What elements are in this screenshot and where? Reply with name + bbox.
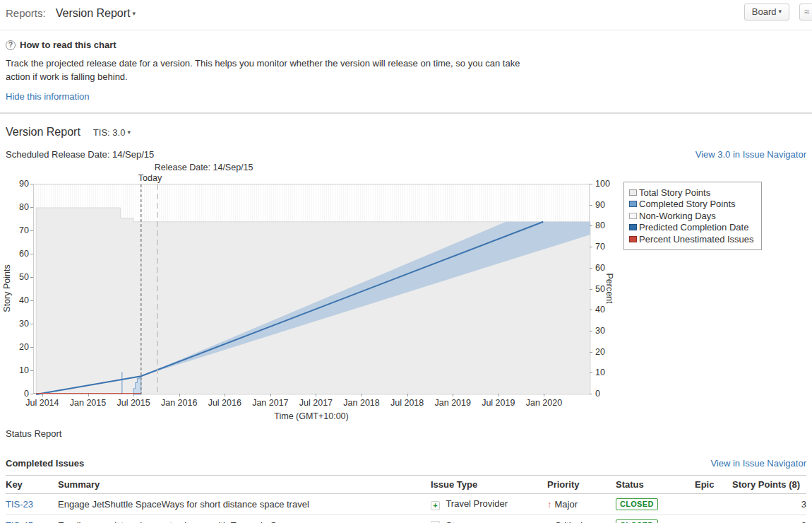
priority-up-arrow-icon: ↑	[547, 499, 552, 510]
y-right-tick-mark	[590, 372, 592, 373]
status-badge: CLOSED	[616, 498, 658, 510]
y-axis-title-left: Story Points	[2, 218, 12, 359]
x-tick-mark	[42, 394, 43, 396]
y-left-tick-label: 70	[9, 225, 29, 235]
y-right-tick-mark	[590, 394, 592, 394]
y-left-tick-label: 30	[9, 319, 29, 329]
version-selector[interactable]: TIS: 3.0▾	[93, 127, 131, 138]
y-right-tick-label: 80	[595, 221, 605, 230]
legend-label: Completed Story Points	[639, 199, 736, 209]
column-header-epic: Epic	[695, 476, 732, 494]
expand-button[interactable]: ≈	[799, 4, 812, 20]
column-header-sum: Summary	[58, 476, 431, 494]
issue-status-cell: CLOSED	[616, 515, 695, 523]
issue-key-link[interactable]: TIS-23	[6, 499, 33, 510]
issue-summary-cell: Email non registered users to sign up wi…	[58, 515, 431, 523]
hide-information-link[interactable]: Hide this information	[6, 91, 90, 102]
issue-story-points-cell: 2	[732, 515, 806, 523]
y-right-tick-label: 40	[595, 305, 605, 315]
x-axis-title: Time (GMT+10:00)	[241, 411, 382, 421]
report-switcher[interactable]: Version Report▾	[56, 7, 136, 19]
issue-story-points-cell: 3	[732, 494, 806, 515]
issue-type-cell: + Travel Provider	[431, 494, 547, 515]
y-left-tick-mark	[30, 347, 33, 348]
y-right-tick-label: 20	[595, 347, 605, 357]
x-tick-label: Jul 2017	[293, 398, 338, 408]
completed-issues-title: Completed Issues	[6, 458, 84, 469]
x-tick-label: Jul 2019	[476, 398, 521, 408]
legend-swatch-predicted-completion-date	[629, 224, 637, 230]
table-row: TIS-45Email non registered users to sign…	[6, 515, 806, 523]
x-tick-mark	[88, 394, 89, 396]
y-left-tick-mark	[30, 300, 33, 301]
y-left-tick-label: 40	[9, 295, 29, 305]
y-right-tick-label: 100	[595, 179, 610, 189]
view-version-link[interactable]: View 3.0 in Issue Navigator	[695, 149, 806, 160]
x-tick-mark	[362, 394, 362, 396]
version-report-chart: Release Date: 14/Sep/15 Today Story Poin…	[0, 163, 812, 421]
legend-swatch-completed-story-points	[629, 201, 637, 207]
chevron-down-icon: ▾	[127, 129, 131, 136]
issue-key-link[interactable]: TIS-45	[6, 520, 33, 523]
issue-type-cell: Story	[431, 515, 547, 523]
y-right-tick-mark	[590, 289, 592, 290]
info-panel-description: Track the projected release date for a v…	[6, 57, 541, 83]
y-left-tick-mark	[30, 370, 33, 371]
y-left-tick-mark	[30, 230, 33, 231]
legend-item: Non-Working Days	[629, 210, 754, 222]
y-right-tick-label: 90	[595, 200, 605, 210]
how-to-read-panel: ? How to read this chart Track the proje…	[0, 30, 812, 114]
y-left-tick-label: 20	[9, 342, 29, 352]
board-button[interactable]: Board▾	[744, 4, 789, 20]
y-axis-title-right: Percent	[604, 218, 614, 359]
chevron-down-icon: ▾	[778, 8, 782, 15]
x-tick-label: Jul 2018	[385, 398, 430, 408]
y-right-tick-label: 0	[595, 389, 600, 399]
chart-plot-area	[33, 184, 590, 394]
legend-item: Total Story Points	[629, 187, 754, 199]
legend-label: Total Story Points	[639, 187, 710, 198]
legend-label: Predicted Completion Date	[639, 222, 748, 233]
column-header-status: Status	[616, 476, 695, 494]
issue-priority-cell: ↑Major	[547, 494, 616, 515]
priority-up-arrow-icon: ↑	[547, 520, 552, 523]
x-tick-label: Jan 2020	[521, 398, 566, 408]
x-tick-mark	[498, 394, 499, 396]
legend-label: Non-Working Days	[639, 211, 716, 221]
x-tick-mark	[453, 394, 453, 396]
x-tick-label: Jan 2019	[430, 398, 475, 408]
expand-icon: ≈	[804, 6, 809, 17]
y-right-tick-mark	[590, 184, 592, 184]
x-tick-label: Jan 2017	[248, 398, 293, 408]
view-in-issue-navigator-link[interactable]: View in Issue Navigator	[710, 458, 806, 469]
page-title: Version Report	[6, 126, 80, 139]
issue-priority-cell: ↑Critical	[547, 515, 616, 523]
chart-legend: Total Story PointsCompleted Story Points…	[623, 182, 762, 250]
y-right-tick-mark	[590, 268, 592, 269]
x-tick-label: Jan 2018	[339, 398, 384, 408]
column-header-key: Key	[6, 476, 58, 494]
x-tick-label: Jul 2015	[111, 398, 156, 408]
legend-label: Percent Unestimated Issues	[639, 234, 754, 245]
column-header-pts: Story Points (8)	[732, 476, 806, 494]
y-right-tick-mark	[590, 225, 592, 226]
legend-item: Percent Unestimated Issues	[629, 233, 754, 245]
x-tick-label: Jul 2014	[20, 398, 65, 408]
y-left-tick-label: 10	[9, 365, 29, 375]
y-left-tick-label: 60	[9, 249, 29, 259]
legend-item: Completed Story Points	[629, 199, 754, 211]
y-right-tick-mark	[590, 331, 592, 331]
y-right-tick-label: 60	[595, 263, 605, 273]
legend-item: Predicted Completion Date	[629, 222, 754, 234]
completed-issues-table: KeySummaryIssue TypePriorityStatusEpicSt…	[6, 475, 806, 523]
y-left-tick-label: 90	[9, 179, 29, 189]
scheduled-release-date: Scheduled Release Date: 14/Sep/15	[6, 149, 154, 160]
y-left-tick-mark	[30, 394, 33, 394]
y-right-tick-mark	[590, 205, 592, 206]
y-right-tick-mark	[590, 310, 592, 310]
breadcrumb: Reports:	[6, 7, 46, 19]
chart-canvas	[34, 184, 590, 394]
x-tick-mark	[270, 394, 271, 396]
y-left-tick-label: 0	[9, 389, 29, 399]
issue-status-cell: CLOSED	[616, 494, 695, 515]
